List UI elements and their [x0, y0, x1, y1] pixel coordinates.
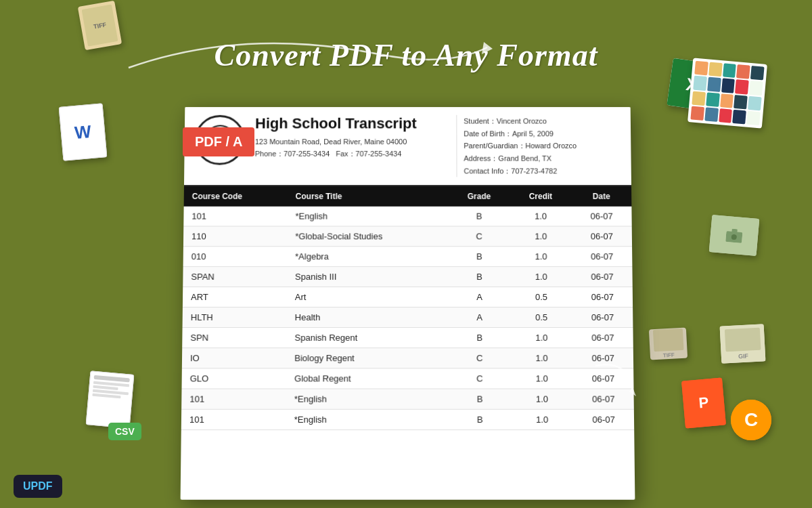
doc-icon-bottom-left	[86, 371, 135, 428]
cell-code: 101	[181, 389, 286, 409]
cell-title: Health	[287, 308, 449, 328]
table-row: 101 *English B 1.0 06-07	[183, 207, 631, 226]
cell-grade: B	[449, 410, 511, 430]
cell-code: IO	[182, 348, 287, 368]
cell-grade: B	[449, 207, 510, 226]
transcript-table: Course Code Course Title Grade Credit Da…	[181, 187, 634, 431]
document-card: 📚 ★ ★ ★ High School Transcript 123 Mount…	[181, 107, 635, 500]
cell-credit: 1.0	[511, 410, 573, 430]
cell-credit: 1.0	[511, 328, 573, 348]
col-header-grade: Grade	[448, 187, 510, 207]
cell-grade: A	[449, 287, 511, 308]
cell-code: SPN	[182, 328, 286, 348]
cell-date: 06-07	[573, 368, 634, 389]
cell-date: 06-07	[572, 308, 633, 328]
pdf-badge: PDF / A	[183, 127, 254, 156]
cell-code: HLTH	[183, 308, 287, 328]
table-row: 101 *English B 1.0 06-07	[181, 410, 634, 430]
cell-credit: 1.0	[510, 247, 572, 267]
table-row: HLTH Health A 0.5 06-07	[183, 308, 633, 328]
table-row: IO Biology Regent C 1.0 06-07	[182, 348, 633, 368]
cell-title: *Global-Social Studies	[287, 226, 448, 247]
cell-date: 06-07	[572, 348, 633, 368]
cell-title: *Algebra	[287, 247, 449, 267]
table-header-row: Course Code Course Title Grade Credit Da…	[184, 187, 632, 207]
cell-date: 06-07	[572, 328, 633, 348]
cell-grade: C	[449, 348, 511, 368]
table-row: 010 *Algebra B 1.0 06-07	[183, 247, 633, 267]
word-icon-left: W	[59, 103, 108, 161]
table-row: SPAN Spanish III B 1.0 06-07	[183, 267, 633, 287]
doc-title-area: High School Transcript 123 Mountain Road…	[254, 115, 456, 177]
tiff-icon-top-left: TIFF	[78, 1, 122, 51]
cell-date: 06-07	[572, 207, 632, 226]
col-header-date: Date	[571, 187, 631, 207]
cell-title: Spanish Regent	[286, 328, 449, 348]
cell-credit: 1.0	[511, 389, 573, 409]
cell-date: 06-07	[572, 287, 633, 308]
col-header-credit: Credit	[510, 187, 571, 207]
cell-credit: 1.0	[510, 267, 572, 287]
doc-student-info: Student：Vincent Orozco Date of Birth：Apr…	[456, 115, 621, 177]
table-row: GLO Global Regent C 1.0 06-07	[181, 368, 633, 389]
cell-grade: A	[449, 308, 511, 328]
col-header-title: Course Title	[288, 187, 449, 207]
cell-credit: 1.0	[510, 207, 572, 226]
table-row: 110 *Global-Social Studies C 1.0 06-07	[183, 226, 632, 247]
doc-address: 123 Mountain Road, Dead River, Maine 040…	[255, 136, 457, 160]
cell-credit: 0.5	[510, 287, 572, 308]
cell-title: Biology Regent	[286, 348, 449, 368]
c-badge-right: C	[731, 400, 771, 440]
photo-icon-right	[709, 215, 760, 256]
cell-date: 06-07	[573, 389, 634, 409]
cell-title: Art	[287, 287, 449, 308]
updf-logo: UPDF	[14, 475, 62, 498]
cell-date: 06-07	[573, 410, 634, 430]
tiff-icon-right: TIFF	[649, 328, 687, 360]
table-row: SPN Spanish Regent B 1.0 06-07	[182, 328, 633, 348]
cell-code: SPAN	[183, 267, 287, 287]
cell-grade: B	[449, 267, 510, 287]
cell-title: Global Regent	[286, 368, 449, 389]
cell-credit: 1.0	[510, 226, 572, 247]
cell-grade: B	[449, 247, 510, 267]
gif-icon-right: GIF	[720, 324, 766, 363]
grid-calendar-icon	[687, 58, 767, 128]
doc-title: High School Transcript	[255, 115, 456, 133]
cell-date: 06-07	[572, 247, 632, 267]
cell-code: 101	[183, 207, 287, 226]
table-row: 101 *English B 1.0 06-07	[181, 389, 634, 409]
cell-date: 06-07	[572, 267, 632, 287]
cell-code: ART	[183, 287, 287, 308]
cell-credit: 1.0	[511, 348, 573, 368]
cell-title: Spanish III	[287, 267, 449, 287]
cell-title: *English	[288, 207, 449, 226]
cell-code: 110	[183, 226, 288, 247]
cell-grade: B	[449, 389, 511, 409]
svg-rect-3	[731, 228, 737, 232]
csv-badge: CSV	[108, 423, 141, 440]
cell-credit: 0.5	[510, 308, 572, 328]
cell-code: GLO	[181, 368, 286, 389]
col-header-code: Course Code	[184, 187, 288, 207]
cell-title: *English	[286, 410, 449, 430]
ppt-icon-right: P	[681, 378, 726, 429]
cell-grade: C	[449, 226, 510, 247]
cell-credit: 1.0	[511, 368, 573, 389]
cell-code: 101	[181, 410, 286, 430]
table-row: ART Art A 0.5 06-07	[183, 287, 633, 308]
cell-grade: C	[449, 368, 511, 389]
cell-title: *English	[286, 389, 449, 409]
cell-grade: B	[449, 328, 511, 348]
cell-code: 010	[183, 247, 288, 267]
cell-date: 06-07	[572, 226, 632, 247]
